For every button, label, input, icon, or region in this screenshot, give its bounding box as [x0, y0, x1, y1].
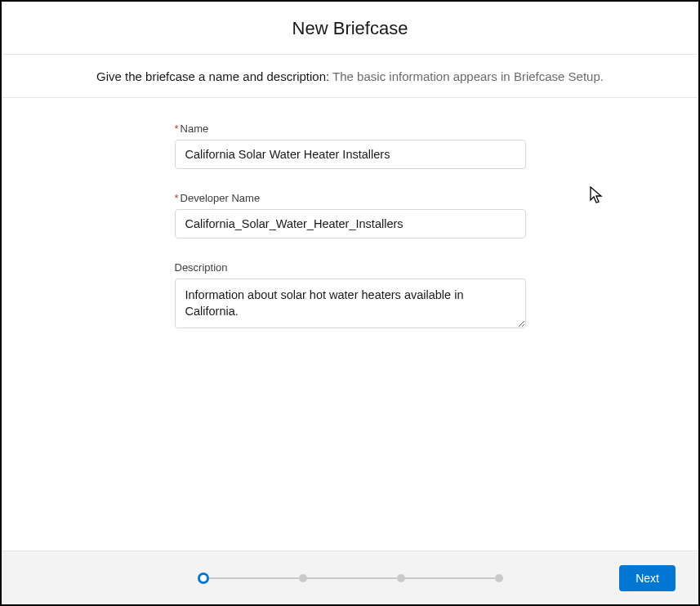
- step-4-dot[interactable]: [495, 574, 503, 582]
- step-3-dot[interactable]: [397, 574, 405, 582]
- modal-title: New Briefcase: [2, 18, 698, 39]
- name-input[interactable]: [175, 140, 526, 169]
- step-1-dot[interactable]: [198, 573, 209, 584]
- modal-header: New Briefcase: [2, 2, 698, 55]
- progress-indicator: [198, 573, 503, 584]
- name-label: *Name: [175, 123, 526, 135]
- required-marker: *: [175, 192, 179, 204]
- required-marker: *: [175, 123, 179, 135]
- subheader-hint: The basic information appears in Briefca…: [332, 69, 604, 83]
- modal-footer: Next: [2, 550, 698, 604]
- name-label-text: Name: [181, 123, 209, 135]
- modal-content: *Name *Developer Name Description Inform…: [2, 98, 698, 550]
- description-textarea[interactable]: Information about solar hot water heater…: [175, 278, 526, 328]
- modal-subheader: Give the briefcase a name and descriptio…: [2, 55, 698, 98]
- name-field: *Name: [175, 123, 526, 169]
- description-label: Description: [175, 261, 526, 274]
- step-line: [307, 577, 397, 579]
- step-line: [405, 577, 495, 579]
- developer-name-input[interactable]: [175, 209, 526, 238]
- subheader-lead: Give the briefcase a name and descriptio…: [96, 69, 332, 83]
- step-2-dot[interactable]: [299, 574, 307, 582]
- description-label-text: Description: [175, 261, 228, 274]
- developer-name-label: *Developer Name: [175, 192, 526, 204]
- next-button[interactable]: Next: [619, 565, 675, 591]
- step-line: [209, 577, 299, 579]
- developer-name-label-text: Developer Name: [181, 192, 261, 204]
- developer-name-field: *Developer Name: [175, 192, 526, 238]
- new-briefcase-modal: New Briefcase Give the briefcase a name …: [0, 0, 700, 606]
- briefcase-form: *Name *Developer Name Description Inform…: [175, 123, 526, 354]
- description-field: Description Information about solar hot …: [175, 261, 526, 332]
